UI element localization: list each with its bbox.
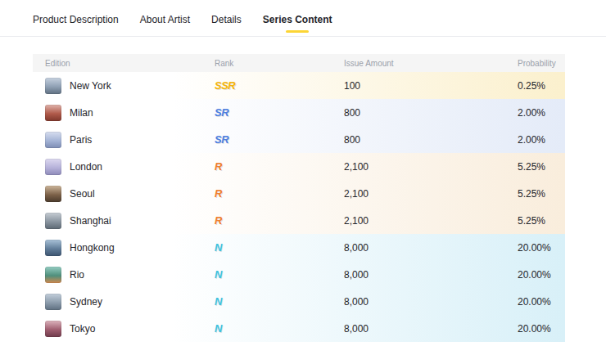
edition-name: Milan bbox=[70, 107, 93, 119]
edition-thumbnail-image bbox=[45, 267, 61, 283]
edition-thumbnail-image bbox=[45, 78, 61, 94]
table-body: New York SSR 100 0.25% Milan SR 800 2.00… bbox=[33, 72, 565, 342]
rank-badge: SR bbox=[215, 106, 228, 119]
probability-value: 20.00% bbox=[518, 296, 565, 308]
edition-thumbnail-image bbox=[45, 240, 61, 256]
rank-badge: SR bbox=[215, 133, 228, 146]
issue-amount-value: 8,000 bbox=[344, 296, 518, 308]
issue-amount-value: 100 bbox=[344, 80, 518, 92]
edition-thumbnail-image bbox=[45, 186, 61, 202]
rank-badge: N bbox=[215, 322, 222, 335]
column-header-edition: Edition bbox=[33, 59, 215, 68]
tab-series-content[interactable]: Series Content bbox=[263, 2, 332, 36]
column-header-issue-amount: Issue Amount bbox=[344, 59, 518, 68]
table-row: Sydney N 8,000 20.00% bbox=[33, 288, 565, 315]
rank-badge: R bbox=[215, 214, 222, 227]
table-header-row: Edition Rank Issue Amount Probability bbox=[33, 54, 565, 72]
table-row: Shanghai R 2,100 5.25% bbox=[33, 207, 565, 234]
table-row: Paris SR 800 2.00% bbox=[33, 126, 565, 153]
tab-bar: Product Description About Artist Details… bbox=[0, 0, 606, 37]
series-content-table: Edition Rank Issue Amount Probability Ne… bbox=[33, 54, 565, 342]
edition-name: Shanghai bbox=[70, 215, 111, 227]
column-header-probability: Probability bbox=[518, 59, 565, 68]
edition-thumbnail-image bbox=[45, 213, 61, 229]
table-row: London R 2,100 5.25% bbox=[33, 153, 565, 180]
issue-amount-value: 8,000 bbox=[344, 323, 518, 335]
table-row: Tokyo N 8,000 20.00% bbox=[33, 315, 565, 342]
column-header-rank: Rank bbox=[215, 59, 344, 68]
table-row: Rio N 8,000 20.00% bbox=[33, 261, 565, 288]
issue-amount-value: 800 bbox=[344, 107, 518, 119]
table-row: Seoul R 2,100 5.25% bbox=[33, 180, 565, 207]
edition-name: Sydney bbox=[70, 296, 102, 308]
issue-amount-value: 2,100 bbox=[344, 188, 518, 200]
rank-badge: SSR bbox=[215, 79, 235, 92]
probability-value: 2.00% bbox=[518, 134, 565, 146]
issue-amount-value: 8,000 bbox=[344, 269, 518, 281]
probability-value: 0.25% bbox=[518, 80, 565, 92]
active-tab-indicator bbox=[286, 30, 309, 33]
tab-series-content-label: Series Content bbox=[263, 14, 332, 25]
probability-value: 2.00% bbox=[518, 107, 565, 119]
table-row: Milan SR 800 2.00% bbox=[33, 99, 565, 126]
rank-badge: N bbox=[215, 241, 222, 254]
table-row: New York SSR 100 0.25% bbox=[33, 72, 565, 99]
probability-value: 20.00% bbox=[518, 323, 565, 335]
edition-name: Tokyo bbox=[70, 323, 95, 335]
issue-amount-value: 2,100 bbox=[344, 161, 518, 173]
table-row: Hongkong N 8,000 20.00% bbox=[33, 234, 565, 261]
tab-product-description[interactable]: Product Description bbox=[33, 2, 119, 36]
edition-thumbnail-image bbox=[45, 294, 61, 310]
edition-thumbnail-image bbox=[45, 159, 61, 175]
edition-name: Seoul bbox=[70, 188, 95, 200]
edition-name: Hongkong bbox=[70, 242, 115, 254]
rank-badge: N bbox=[215, 268, 222, 281]
edition-name: Rio bbox=[70, 269, 84, 281]
edition-thumbnail-image bbox=[45, 105, 61, 121]
edition-name: London bbox=[70, 161, 102, 173]
tab-about-artist[interactable]: About Artist bbox=[140, 2, 190, 36]
edition-thumbnail-image bbox=[45, 132, 61, 148]
probability-value: 5.25% bbox=[518, 215, 565, 227]
probability-value: 5.25% bbox=[518, 188, 565, 200]
issue-amount-value: 8,000 bbox=[344, 242, 518, 254]
probability-value: 20.00% bbox=[518, 269, 565, 281]
probability-value: 5.25% bbox=[518, 161, 565, 173]
rank-badge: R bbox=[215, 187, 222, 200]
rank-badge: R bbox=[215, 160, 222, 173]
issue-amount-value: 2,100 bbox=[344, 215, 518, 227]
edition-name: Paris bbox=[70, 134, 92, 146]
tab-details[interactable]: Details bbox=[211, 2, 242, 36]
edition-thumbnail-image bbox=[45, 321, 61, 337]
rank-badge: N bbox=[215, 295, 222, 308]
probability-value: 20.00% bbox=[518, 242, 565, 254]
issue-amount-value: 800 bbox=[344, 134, 518, 146]
edition-name: New York bbox=[70, 80, 111, 92]
